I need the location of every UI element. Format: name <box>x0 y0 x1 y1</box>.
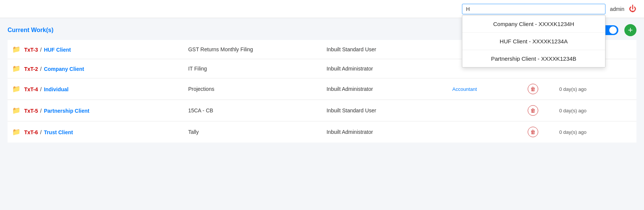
dropdown-item-huf[interactable]: HUF Client - XXXXK1234A <box>462 33 605 50</box>
cell-action: 🗑 <box>523 100 554 121</box>
power-icon[interactable]: ⏻ <box>629 5 636 13</box>
link-client-name[interactable]: Individual <box>44 86 68 92</box>
cell-user: Inbuilt Administrator <box>322 78 448 100</box>
cell-user: Inbuilt Standard User <box>322 40 448 59</box>
delete-button[interactable]: 🗑 <box>528 127 538 137</box>
time-ago: 0 day(s) ago <box>559 86 587 92</box>
cell-time: 0 day(s) ago <box>555 100 636 121</box>
table-row: 📁 TxT-6 / Trust Client Tally Inbuilt Adm… <box>8 121 636 143</box>
cell-client: 📁 TxT-3 / HUF Client <box>8 40 184 59</box>
dropdown-item-company[interactable]: Company Client - XXXXK1234H <box>462 15 605 33</box>
dropdown-item-partnership[interactable]: Partnership Client - XXXXK1234B <box>462 50 605 67</box>
cell-user: Inbuilt Administrator <box>322 121 448 143</box>
folder-icon: 📁 <box>12 65 20 72</box>
link-client-name[interactable]: HUF Client <box>44 47 71 53</box>
cell-user: Inbuilt Standard User <box>322 100 448 121</box>
cell-task: 15CA - CB <box>184 100 322 121</box>
cell-tag <box>448 121 523 143</box>
time-ago: 0 day(s) ago <box>559 108 587 113</box>
folder-icon: 📁 <box>12 46 20 53</box>
cell-user: Inbuilt Administrator <box>322 59 448 78</box>
folder-icon: 📁 <box>12 128 20 136</box>
link-task-id[interactable]: TxT-3 <box>24 47 38 53</box>
link-task-id[interactable]: TxT-2 <box>24 66 38 72</box>
link-client-name[interactable]: Partnership Client <box>44 108 90 114</box>
search-container: Company Client - XXXXK1234H HUF Client -… <box>462 4 605 14</box>
top-bar: Company Client - XXXXK1234H HUF Client -… <box>0 0 644 18</box>
search-input[interactable] <box>462 4 605 14</box>
link-task-id[interactable]: TxT-6 <box>24 129 38 135</box>
admin-label: admin <box>610 6 624 12</box>
link-task-id[interactable]: TxT-4 <box>24 86 38 92</box>
cell-tag: Accountant <box>448 78 523 100</box>
link-task-id[interactable]: TxT-5 <box>24 108 38 114</box>
cell-task: Projections <box>184 78 322 100</box>
cell-task: GST Returns Monthly Filing <box>184 40 322 59</box>
folder-icon: 📁 <box>12 85 20 93</box>
search-dropdown: Company Client - XXXXK1234H HUF Client -… <box>462 15 605 67</box>
cell-time: 0 day(s) ago <box>555 121 636 143</box>
cell-client: 📁 TxT-2 / Company Client <box>8 59 184 78</box>
tag-accountant: Accountant <box>452 86 477 92</box>
add-button[interactable]: + <box>624 24 636 36</box>
folder-icon: 📁 <box>12 107 20 114</box>
time-ago: 0 day(s) ago <box>559 129 587 135</box>
cell-tag <box>448 100 523 121</box>
cell-task: Tally <box>184 121 322 143</box>
delete-button[interactable]: 🗑 <box>528 84 538 94</box>
table-row: 📁 TxT-5 / Partnership Client 15CA - CB I… <box>8 100 636 121</box>
toggle-thumb <box>609 26 617 34</box>
cell-client: 📁 TxT-6 / Trust Client <box>8 121 184 143</box>
cell-action: 🗑 <box>523 121 554 143</box>
cell-time: 0 day(s) ago <box>555 78 636 100</box>
cell-client: 📁 TxT-5 / Partnership Client <box>8 100 184 121</box>
table-row: 📁 TxT-4 / Individual Projections Inbuilt… <box>8 78 636 100</box>
cell-client: 📁 TxT-4 / Individual <box>8 78 184 100</box>
cell-task: IT Filing <box>184 59 322 78</box>
top-bar-right: Company Client - XXXXK1234H HUF Client -… <box>462 4 636 14</box>
cell-action: 🗑 <box>523 78 554 100</box>
link-client-name[interactable]: Company Client <box>44 66 84 72</box>
link-client-name[interactable]: Trust Client <box>44 129 73 135</box>
delete-button[interactable]: 🗑 <box>528 105 538 116</box>
